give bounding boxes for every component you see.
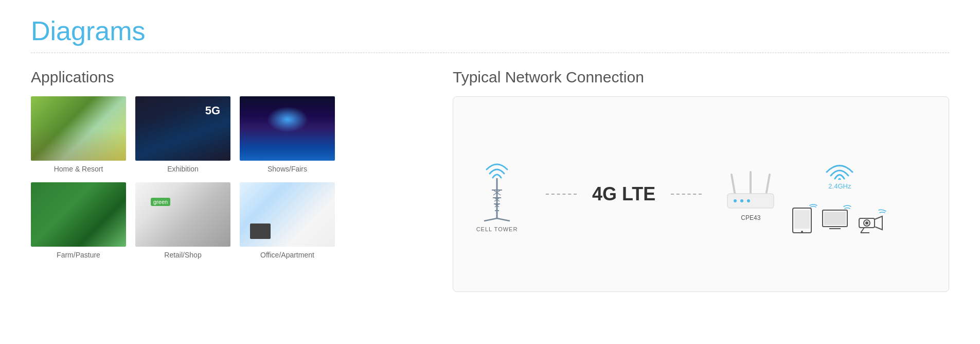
wifi-section: 2.4GHz <box>822 154 858 198</box>
svg-rect-25 <box>824 212 846 225</box>
cell-tower-group: CELL TOWER <box>474 157 520 232</box>
office-image <box>240 182 335 247</box>
page-wrapper: Diagrams Applications Home & Resort <box>0 0 980 307</box>
farm-image <box>31 182 126 247</box>
app-grid: Home & Resort Exhibition Shows/Fairs <box>31 96 422 259</box>
app-item-farm: Farm/Pasture <box>31 182 126 259</box>
tablet-icon <box>792 203 817 235</box>
app-label-exhibition: Exhibition <box>167 165 199 173</box>
dashed-line-right <box>671 194 702 195</box>
svg-line-13 <box>732 175 735 195</box>
app-item-home-resort: Home & Resort <box>31 96 126 173</box>
app-item-office: Office/Apartment <box>240 182 335 259</box>
svg-marker-31 <box>875 216 882 230</box>
shows-image <box>240 96 335 161</box>
page-title: Diagrams <box>31 15 949 46</box>
section-divider <box>31 53 949 53</box>
svg-point-18 <box>740 199 743 202</box>
wifi-icon <box>822 154 858 180</box>
svg-rect-22 <box>794 210 810 229</box>
camera-icon <box>857 209 887 235</box>
monitor-icon <box>822 204 852 235</box>
svg-point-17 <box>734 199 737 202</box>
applications-section: Applications Home & Resort Exhibition <box>31 68 422 292</box>
app-image-home-resort <box>31 96 126 161</box>
app-image-office <box>240 182 335 247</box>
router-group: CPE43 <box>722 167 779 221</box>
app-label-office: Office/Apartment <box>260 251 314 259</box>
app-image-exhibition <box>135 96 230 161</box>
app-label-shows: Shows/Fairs <box>268 165 307 173</box>
svg-point-19 <box>747 199 750 202</box>
svg-point-30 <box>865 221 868 225</box>
app-image-retail <box>135 182 230 247</box>
network-section: Typical Network Connection <box>453 68 949 292</box>
content-row: Applications Home & Resort Exhibition <box>31 68 949 292</box>
app-item-exhibition: Exhibition <box>135 96 230 173</box>
app-label-home-resort: Home & Resort <box>54 165 103 173</box>
app-item-shows: Shows/Fairs <box>240 96 335 173</box>
retail-image <box>135 182 230 247</box>
app-image-shows <box>240 96 335 161</box>
app-item-retail: Retail/Shop <box>135 182 230 259</box>
right-part: 2.4GHz <box>792 154 887 235</box>
cell-tower-svg <box>474 157 520 223</box>
dashed-line-left <box>546 194 577 195</box>
cpe-label: CPE43 <box>741 214 760 221</box>
cell-tower-label: CELL TOWER <box>476 226 518 232</box>
network-box: CELL TOWER 4G LTE <box>453 96 949 292</box>
wifi-freq-label: 2.4GHz <box>828 182 851 190</box>
app-label-farm: Farm/Pasture <box>57 251 100 259</box>
applications-title: Applications <box>31 68 422 86</box>
router-svg <box>722 167 779 213</box>
svg-point-20 <box>838 178 841 180</box>
lte-label: 4G LTE <box>592 183 655 205</box>
exhibition-image <box>135 96 230 161</box>
svg-line-15 <box>766 175 770 195</box>
home-resort-image <box>31 96 126 161</box>
app-label-retail: Retail/Shop <box>164 251 201 259</box>
app-image-farm <box>31 182 126 247</box>
svg-line-2 <box>497 218 510 221</box>
svg-line-1 <box>484 218 497 221</box>
network-diagram: CELL TOWER 4G LTE <box>474 154 928 235</box>
network-title: Typical Network Connection <box>453 68 949 86</box>
svg-point-23 <box>801 231 803 233</box>
devices-row <box>792 203 887 235</box>
svg-line-32 <box>861 228 864 233</box>
